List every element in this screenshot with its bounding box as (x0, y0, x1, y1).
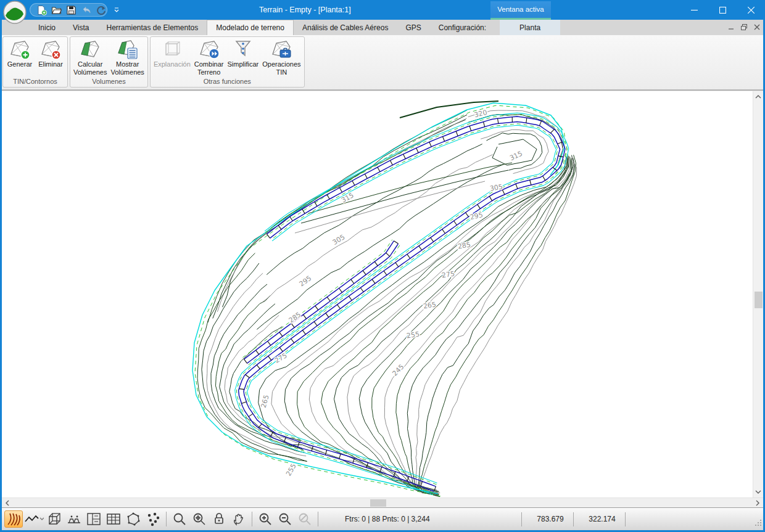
terrain-contour-map[interactable]: 3203153153053052952952852852752752652652… (2, 91, 753, 498)
model-boundary (192, 103, 564, 494)
ribbon-button-label: Generar (7, 60, 32, 68)
contour-line (220, 304, 303, 449)
zoom-window-icon[interactable] (190, 510, 209, 528)
resize-grip[interactable] (755, 518, 762, 529)
ribbon-button-label: OperacionesTIN (262, 60, 300, 76)
calc-volumes-icon (80, 39, 101, 60)
ribbon-button-label: CombinarTerreno (194, 60, 224, 76)
new-file-icon[interactable] (36, 5, 47, 15)
ribbon-button-label: MostrarVolúmenes (110, 60, 144, 76)
app-logo-icon[interactable] (3, 1, 27, 24)
horizontal-scroll-thumb[interactable] (370, 499, 386, 507)
separator (252, 512, 252, 526)
tab-herramientas-de-elementos[interactable]: Herramientas de Elementos (97, 20, 207, 35)
data-table-icon[interactable] (104, 510, 123, 528)
layout-panels-icon[interactable] (85, 510, 103, 528)
elevation-label: 285 (457, 240, 471, 250)
redo-icon[interactable] (96, 5, 106, 15)
chevron-down-icon[interactable] (112, 6, 121, 14)
ribbon-group-title: Volumenes (70, 77, 147, 87)
tab-planta[interactable]: Planta (500, 20, 560, 35)
ribbon-group-volumenes: CalcularVolúmenesMostrarVolúmenesVolumen… (70, 36, 148, 88)
scroll-down-icon[interactable] (754, 488, 763, 496)
road-edge (244, 117, 565, 486)
ribbon-button-mostrar-volúmenes[interactable]: MostrarVolúmenes (109, 38, 146, 76)
ribbon-button-generar[interactable]: Generar (4, 38, 35, 68)
quick-access-toolbar (30, 3, 107, 17)
zoom-out-icon[interactable] (276, 510, 294, 528)
scroll-up-icon[interactable] (754, 92, 763, 101)
mdi-restore-button[interactable] (739, 22, 748, 31)
vertical-scroll-thumb[interactable] (755, 292, 763, 308)
ribbon-group-otras-funciones: ExplanaciónCombinarTerrenoSimplificarOpe… (150, 36, 305, 88)
points-icon[interactable] (144, 510, 162, 528)
window-controls (680, 0, 765, 20)
contextual-group-header: Ventana activa (490, 1, 551, 20)
contour-line (309, 157, 568, 494)
elevation-label: 265 (423, 300, 437, 310)
elevation-label: 315 (508, 149, 524, 162)
contours-mode-icon[interactable] (4, 510, 23, 528)
ribbon-group-title: TIN/Contornos (3, 77, 67, 87)
cross-section-icon[interactable] (65, 510, 83, 528)
ribbon-button-combinar-terreno[interactable]: CombinarTerreno (192, 38, 226, 76)
ribbon-button-calcular-volúmenes[interactable]: CalcularVolúmenes (72, 38, 109, 76)
zoom-icon[interactable] (170, 510, 189, 528)
tab-modelado-de-terreno[interactable]: Modelado de terreno (207, 20, 294, 35)
mdi-close-button[interactable] (752, 22, 761, 31)
ribbon: GenerarEliminarTIN/ContornosCalcularVolú… (0, 35, 765, 90)
ribbon-tab-row: InicioVistaHerramientas de ElementosMode… (0, 20, 765, 35)
tin-delete-icon (40, 39, 61, 60)
contour-line (419, 155, 576, 494)
mdi-minimize-button[interactable] (726, 22, 735, 31)
contour-line (384, 158, 571, 493)
horizontal-scrollbar[interactable] (2, 497, 763, 507)
undo-icon[interactable] (81, 5, 91, 15)
road-edge (239, 121, 560, 491)
ribbon-button-explanación[interactable]: Explanación (152, 38, 192, 68)
feature-point-counts: Ftrs: 0 | 88 Pnts: 0 | 3,244 (345, 508, 430, 531)
zoom-disabled-icon[interactable] (296, 510, 314, 528)
ribbon-group-tin-contornos: GenerarEliminarTIN/Contornos (2, 36, 68, 88)
elevation-label: 255 (284, 462, 298, 478)
status-bar: Ftrs: 0 | 88 Pnts: 0 | 3,244 783.679 322… (2, 507, 763, 530)
polygon-icon[interactable] (124, 510, 143, 528)
scroll-left-icon[interactable] (3, 499, 12, 507)
elevation-label: 295 (469, 211, 484, 221)
contour-line (230, 327, 301, 441)
minimize-button[interactable] (680, 0, 708, 20)
zoom-lock-icon[interactable] (210, 510, 228, 528)
vertical-scrollbar[interactable] (753, 91, 763, 497)
ribbon-button-label: Eliminar (38, 60, 63, 68)
elevation-label: 265 (260, 394, 271, 409)
ribbon-group-title: Otras funciones (151, 77, 304, 87)
contour-line (208, 110, 467, 322)
open-folder-icon[interactable] (51, 5, 62, 15)
elevation-label: 255 (406, 330, 420, 340)
ribbon-button-eliminar[interactable]: Eliminar (35, 38, 66, 68)
polyline-mode-icon[interactable] (24, 510, 44, 528)
contour-line (359, 160, 571, 495)
tab-vista[interactable]: Vista (64, 20, 97, 35)
separator (318, 512, 318, 526)
view-3d-icon[interactable] (45, 510, 64, 528)
maximize-button[interactable] (708, 0, 737, 20)
elevation-label: 285 (287, 311, 303, 325)
tab-gps[interactable]: GPS (397, 20, 429, 35)
ribbon-button-operaciones-tin[interactable]: OperacionesTIN (260, 38, 302, 76)
ribbon-button-simplificar[interactable]: Simplificar (226, 38, 261, 68)
tab-an-lisis-de-cables-a-reos[interactable]: Análisis de Cables Aéreos (294, 20, 397, 35)
tab-configuraci-n-[interactable]: Configuración: (430, 20, 495, 35)
elevation-label: 305 (489, 182, 503, 192)
coordinate-y: 322.174 (579, 508, 625, 531)
close-button[interactable] (737, 0, 765, 20)
title-bar: Terrain - Empty - [Planta:1] Ventana act… (0, 0, 765, 20)
scroll-right-icon[interactable] (753, 499, 762, 507)
save-icon[interactable] (66, 5, 76, 15)
ribbon-button-label: Simplificar (228, 60, 259, 68)
zoom-in-icon[interactable] (256, 510, 275, 528)
elevation-label: 305 (331, 233, 347, 247)
drawing-canvas-area: 3203153153053052952952852852752752652652… (2, 90, 763, 507)
pan-hand-icon[interactable] (230, 510, 248, 528)
tab-inicio[interactable]: Inicio (30, 20, 64, 35)
